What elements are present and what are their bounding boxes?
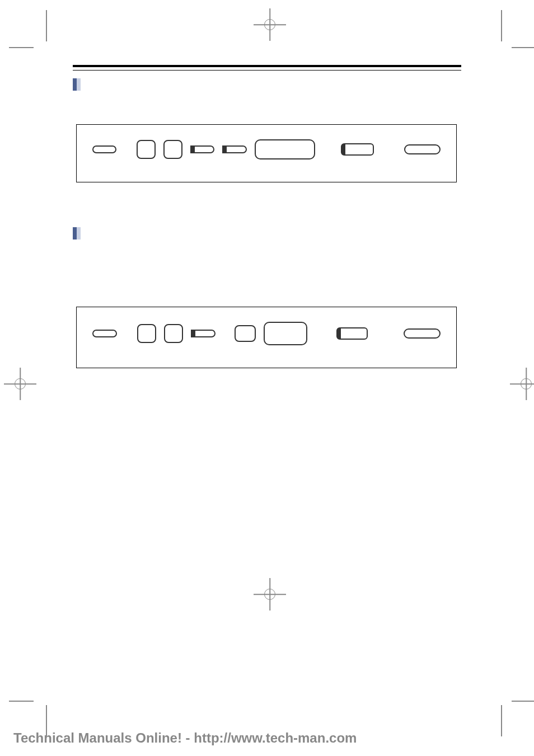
crop-mark [501,10,502,41]
registration-mark [264,19,275,30]
registration-mark [264,589,275,600]
connector-row [92,139,441,159]
port-shape [92,330,117,337]
registration-mark [521,378,532,389]
port-shape [137,324,156,343]
port-shape [92,145,116,153]
port-shape [341,143,374,156]
port-shape [137,140,156,159]
port-shape [264,322,307,345]
diagram-panel-1 [76,124,457,182]
connector-row [92,322,441,345]
port-shape [163,140,182,159]
port-shape [404,328,441,339]
port-shape [255,139,316,159]
heading-rule [73,65,461,71]
diagram-panel-2 [76,307,457,368]
crop-mark [9,47,34,48]
crop-mark [9,701,34,702]
crop-mark [512,701,534,702]
crop-mark [46,10,47,41]
crop-mark [512,47,534,48]
footer-text: Technical Manuals Online! - http://www.t… [13,730,357,746]
port-shape [191,330,216,337]
port-shape [164,324,183,343]
port-shape [222,145,247,153]
crop-mark [501,705,502,736]
port-shape [404,144,441,154]
port-shape [235,325,256,342]
port-shape [190,145,215,153]
section-marker [73,227,81,240]
page-content [73,65,461,385]
registration-mark [15,378,26,389]
port-shape [336,327,368,340]
section-marker [73,78,81,91]
